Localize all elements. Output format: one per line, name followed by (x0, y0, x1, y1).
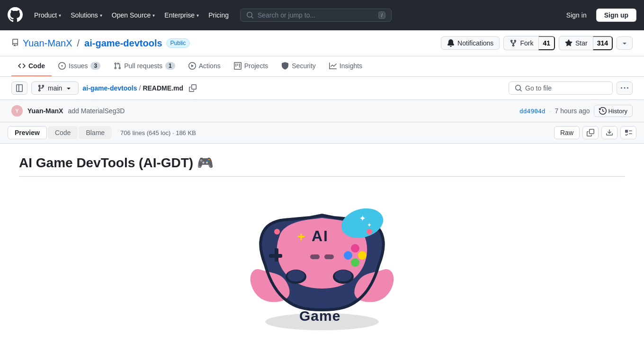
sign-up-button[interactable]: Sign up (596, 9, 636, 22)
pr-icon (114, 62, 121, 70)
game-controller-svg: AI + ✦ ✦ Game (227, 194, 417, 336)
svg-text:+: + (297, 229, 305, 244)
nav-open-source[interactable]: Open Source ▾ (108, 9, 159, 22)
file-header-bar: main ai-game-devtools / README.md Go to … (0, 77, 644, 100)
nav-pricing[interactable]: Pricing (205, 9, 233, 22)
file-tabs-left: Preview Code Blame 706 lines (645 loc) ·… (8, 126, 196, 139)
tab-security[interactable]: Security (275, 56, 322, 76)
star-group: Star 314 (559, 36, 613, 50)
sign-in-button[interactable]: Sign in (561, 9, 592, 21)
commit-right: dd4904d · 7 hours ago History (519, 105, 633, 117)
tab-actions[interactable]: Actions (182, 56, 227, 76)
tab-code[interactable]: Code (11, 56, 52, 76)
sidebar-toggle-button[interactable] (11, 81, 27, 95)
chevron-down-icon: ▾ (100, 13, 102, 18)
header-actions: Sign in Sign up (561, 9, 636, 22)
search-box[interactable]: / (240, 9, 392, 22)
svg-text:Y: Y (16, 109, 19, 114)
chevron-down-icon: ▾ (59, 13, 61, 18)
header-search: / (240, 9, 553, 22)
repo-owner-link[interactable]: Yuan-ManX (23, 38, 72, 49)
chevron-down-icon: ▾ (197, 13, 199, 18)
file-info: 706 lines (645 loc) · 186 KB (120, 129, 196, 136)
raw-button[interactable]: Raw (554, 126, 580, 139)
commit-sha[interactable]: dd4904d (519, 108, 546, 115)
blame-tab[interactable]: Blame (79, 126, 112, 139)
actions-icon (188, 62, 196, 70)
copy-path-button[interactable] (187, 82, 198, 94)
commit-row: Y Yuan-ManX add MaterialSeg3D dd4904d · … (0, 100, 644, 122)
search-icon (515, 84, 522, 92)
list-view-button[interactable] (620, 126, 636, 139)
breadcrumb-separator: / (139, 84, 141, 92)
breadcrumb-filename: README.md (143, 84, 183, 92)
history-button[interactable]: History (594, 105, 633, 117)
svg-point-19 (335, 270, 352, 281)
tab-projects[interactable]: Projects (227, 56, 275, 76)
commit-author[interactable]: Yuan-ManX (27, 107, 63, 115)
projects-icon (234, 62, 242, 70)
fork-button[interactable]: Fork (503, 36, 539, 50)
svg-point-17 (287, 270, 304, 281)
breadcrumb-repo-link[interactable]: ai-game-devtools (82, 84, 137, 92)
nav-solutions[interactable]: Solutions ▾ (67, 9, 106, 22)
file-header-right: Go to file (509, 81, 633, 95)
insights-icon (329, 62, 337, 70)
ellipsis-icon (621, 84, 628, 92)
tab-issues[interactable]: Issues 3 (52, 56, 107, 76)
readme-content: AI Game DevTools (AI-GDT) 🎮 (0, 144, 644, 357)
more-options-button[interactable] (617, 81, 633, 95)
svg-rect-4 (269, 254, 282, 258)
tab-pull-requests[interactable]: Pull requests 1 (107, 56, 182, 76)
svg-point-8 (351, 258, 359, 267)
repo-name-link[interactable]: ai-game-devtools (84, 38, 162, 49)
notifications-button[interactable]: Notifications (441, 36, 500, 50)
readme-image: AI + ✦ ✦ Game (19, 184, 625, 345)
copy-icon (587, 129, 594, 136)
svg-point-6 (344, 251, 352, 260)
header-nav: Product ▾ Solutions ▾ Open Source ▾ Ente… (30, 9, 233, 22)
fork-group: Fork 41 (503, 36, 555, 50)
tab-insights[interactable]: Insights (322, 56, 369, 76)
branch-selector[interactable]: main (31, 81, 79, 95)
copy-raw-button[interactable] (582, 126, 599, 139)
add-button[interactable] (617, 36, 633, 50)
star-count[interactable]: 314 (593, 36, 613, 50)
star-button[interactable]: Star (559, 36, 593, 50)
goto-file-search[interactable]: Go to file (509, 81, 613, 95)
fork-icon (510, 39, 517, 47)
chevron-down-icon (621, 39, 628, 47)
github-logo[interactable] (8, 7, 23, 24)
svg-point-21 (367, 229, 372, 235)
search-input[interactable] (258, 11, 375, 19)
pr-count-badge: 1 (165, 62, 175, 70)
nav-enterprise[interactable]: Enterprise ▾ (161, 9, 203, 22)
fork-count[interactable]: 41 (538, 36, 555, 50)
download-button[interactable] (601, 126, 617, 139)
commit-time: 7 hours ago (555, 107, 590, 115)
history-icon (599, 107, 607, 115)
svg-point-7 (358, 251, 367, 260)
avatar: Y (11, 105, 23, 117)
security-icon (281, 62, 289, 70)
nav-product[interactable]: Product ▾ (30, 9, 65, 22)
list-icon (625, 129, 632, 136)
sidebar-toggle-icon (16, 84, 23, 92)
issue-icon (58, 62, 66, 70)
commit-message: add MaterialSeg3D (68, 107, 125, 115)
repo-tabs: Code Issues 3 Pull requests 1 Actions Pr… (0, 56, 644, 77)
breadcrumb: ai-game-devtools / README.md (82, 84, 183, 92)
download-icon (606, 129, 613, 136)
chevron-down-icon: ▾ (152, 13, 155, 18)
code-icon (18, 62, 26, 70)
preview-tab[interactable]: Preview (8, 126, 47, 139)
code-tab[interactable]: Code (48, 126, 78, 139)
star-icon (565, 39, 572, 47)
svg-text:Game: Game (299, 308, 340, 324)
file-view-tabs: Preview Code Blame 706 lines (645 loc) ·… (0, 122, 644, 144)
svg-point-5 (351, 244, 359, 253)
issues-count-badge: 3 (90, 62, 100, 70)
search-shortcut: / (378, 11, 385, 19)
readme-title: AI Game DevTools (AI-GDT) 🎮 (19, 155, 625, 177)
repo-actions: Notifications Fork 41 Star 314 (441, 36, 633, 50)
